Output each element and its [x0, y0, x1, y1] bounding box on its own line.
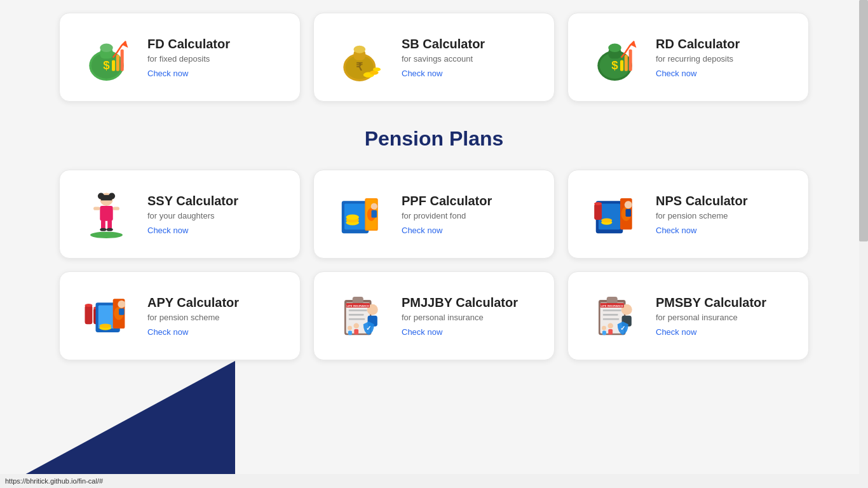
fd-check-now-link[interactable]: Check now [147, 69, 230, 78]
ssy-card-content: SSY Calculator for your daughters Check … [147, 194, 238, 235]
pmjjby-check-now-link[interactable]: Check now [402, 327, 518, 337]
sb-icon: ₹ [332, 29, 389, 86]
svg-point-37 [90, 231, 123, 238]
sb-check-now-link[interactable]: Check now [402, 69, 485, 78]
svg-rect-58 [85, 305, 92, 324]
status-url: https://bhritick.github.io/fin-cal/# [5, 477, 103, 485]
rd-title: RD Calculator [656, 37, 740, 51]
svg-point-56 [624, 201, 632, 208]
ppf-calculator-card: PPF Calculator for provident fond Check … [313, 170, 555, 259]
svg-text:✓: ✓ [366, 325, 371, 332]
ppf-check-now-link[interactable]: Check now [402, 226, 492, 235]
svg-point-3 [100, 43, 112, 52]
rd-check-now-link[interactable]: Check now [656, 69, 740, 78]
pension-row-2: APY Calculator for pension scheme Check … [34, 271, 834, 360]
svg-point-79 [353, 323, 359, 329]
svg-text:LIFE INSURANCE: LIFE INSURANCE [346, 304, 369, 308]
svg-point-94 [607, 323, 613, 329]
ppf-card-content: PPF Calculator for provident fond Check … [402, 194, 492, 235]
rd-calculator-card: $ RD Calculator for recurring deposits C… [567, 13, 809, 102]
svg-rect-7 [120, 49, 123, 71]
rd-card-content: RD Calculator for recurring deposits Che… [656, 37, 740, 78]
ppf-title: PPF Calculator [402, 194, 492, 208]
svg-rect-22 [620, 60, 623, 71]
pmsby-title: PMSBY Calculator [656, 295, 766, 310]
pension-row-1: SSY Calculator for your daughters Check … [34, 170, 834, 259]
pmjjby-title: PMJJBY Calculator [402, 295, 518, 310]
svg-rect-74 [348, 314, 363, 316]
svg-rect-75 [348, 318, 365, 320]
ssy-calculator-card: SSY Calculator for your daughters Check … [59, 170, 301, 259]
svg-point-51 [594, 201, 602, 205]
nps-calculator-card: NPS Calculator for pension scheme Check … [567, 170, 809, 259]
apy-card-content: APY Calculator for pension scheme Check … [147, 295, 239, 337]
svg-point-96 [602, 325, 606, 330]
svg-rect-57 [625, 209, 631, 217]
nps-title: NPS Calculator [656, 194, 747, 208]
svg-rect-5 [112, 60, 115, 71]
apy-subtitle: for pension scheme [147, 313, 239, 322]
sb-calculator-card: ₹ SB Calculator for savings account Chec… [313, 13, 555, 102]
svg-rect-31 [93, 207, 100, 210]
svg-rect-90 [602, 318, 619, 320]
svg-text:$: $ [611, 58, 618, 72]
svg-rect-87 [606, 296, 617, 304]
apy-check-now-link[interactable]: Check now [147, 327, 239, 337]
scrollbar-thumb[interactable] [859, 0, 868, 241]
top-calculators-row: $ FD Calculator for fixed deposits Check… [34, 13, 834, 102]
pmjjby-icon: ✓ LIFE INSURANCE [332, 287, 389, 344]
blue-triangle-decoration [0, 361, 235, 488]
svg-rect-72 [352, 296, 363, 304]
svg-point-16 [373, 67, 381, 71]
svg-rect-95 [608, 329, 613, 334]
svg-rect-23 [624, 55, 627, 71]
svg-rect-24 [628, 49, 632, 71]
apy-icon [78, 287, 135, 344]
svg-rect-82 [348, 330, 351, 335]
pmsby-check-now-link[interactable]: Check now [656, 327, 766, 337]
ppf-icon [332, 186, 389, 243]
apy-title: APY Calculator [147, 295, 239, 310]
fd-calculator-card: $ FD Calculator for fixed deposits Check… [59, 13, 301, 102]
svg-rect-88 [602, 309, 621, 311]
svg-point-45 [346, 214, 358, 220]
nps-subtitle: for pension scheme [656, 211, 747, 220]
ssy-title: SSY Calculator [147, 194, 238, 208]
svg-point-81 [348, 325, 352, 330]
ssy-icon [78, 186, 135, 243]
pension-plans-title: Pension Plans [34, 127, 834, 151]
pmsby-card-content: PMSBY Calculator for personal insurance … [656, 295, 766, 337]
svg-text:₹: ₹ [356, 60, 363, 72]
sb-card-content: SB Calculator for savings account Check … [402, 37, 485, 78]
pmjjby-card-content: PMJJBY Calculator for personal insurance… [402, 295, 518, 337]
pmsby-calculator-card: ✓ LIFE INSURANCE PMSBY Calculator for pe… [567, 271, 809, 360]
fd-subtitle: for fixed deposits [147, 54, 230, 64]
ssy-subtitle: for your daughters [147, 211, 238, 220]
pmsby-icon: ✓ LIFE INSURANCE [586, 287, 643, 344]
svg-text:LIFE INSURANCE: LIFE INSURANCE [600, 304, 623, 308]
svg-rect-6 [116, 55, 119, 71]
svg-text:$: $ [103, 58, 110, 72]
nps-icon [586, 186, 643, 243]
rd-subtitle: for recurring deposits [656, 54, 740, 64]
svg-text:✓: ✓ [620, 325, 625, 332]
svg-rect-80 [354, 329, 358, 334]
nps-card-content: NPS Calculator for pension scheme Check … [656, 194, 747, 235]
pmsby-subtitle: for personal insurance [656, 313, 766, 322]
svg-rect-30 [100, 205, 112, 220]
svg-point-36 [106, 227, 112, 231]
nps-check-now-link[interactable]: Check now [656, 226, 747, 235]
svg-rect-50 [594, 203, 602, 220]
pmjjby-calculator-card: ✓ LIFE INSURANCE PMJJBY Calculator for p… [313, 271, 555, 360]
svg-point-68 [118, 300, 125, 308]
svg-point-35 [100, 227, 106, 231]
fd-title: FD Calculator [147, 37, 230, 51]
svg-rect-32 [112, 207, 119, 210]
svg-rect-73 [348, 309, 367, 311]
svg-point-20 [608, 43, 621, 52]
rd-icon: $ [586, 29, 643, 86]
svg-rect-89 [602, 314, 618, 316]
scrollbar-track[interactable] [859, 0, 868, 488]
svg-rect-47 [371, 210, 377, 217]
ssy-check-now-link[interactable]: Check now [147, 226, 238, 235]
